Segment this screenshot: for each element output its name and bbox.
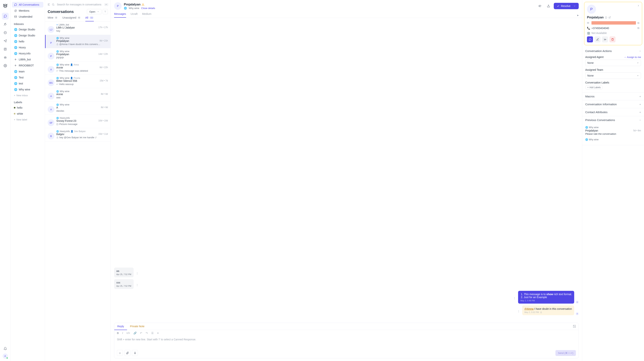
emoji-button[interactable]: ☺ [117, 350, 123, 356]
conversation-item[interactable]: A🌐Why wine👤 AnnaAnnie8d • 22h↩This messa… [45, 62, 110, 75]
label-item[interactable]: hello [12, 105, 43, 110]
open-filter-button[interactable]: Open [87, 9, 102, 14]
tab-unassigned[interactable]: Unassigned6 [62, 16, 81, 22]
label-item[interactable]: white [12, 111, 43, 116]
tabs-expand-icon[interactable]: ▶ [577, 14, 579, 16]
previous-conversation-item[interactable]: 🌐Why wine [585, 137, 641, 142]
nav-help[interactable] [2, 46, 9, 52]
new-inbox-button[interactable]: New inbox [12, 93, 43, 98]
inbox-item[interactable]: 🌐Hoory.info [12, 51, 43, 56]
conv-preview: jhjhjhjh [56, 56, 108, 59]
nav-campaigns[interactable] [2, 38, 9, 44]
tab-mine[interactable]: Mine0 [48, 16, 58, 22]
nav-conversations[interactable] [2, 13, 9, 20]
new-label-button[interactable]: New label [12, 117, 43, 122]
previous-conversation-item[interactable]: 🌐Why winePmjalalyan5d • 8mPlease rate th… [585, 124, 641, 137]
fmt-ol[interactable]: ≡ [157, 332, 158, 334]
fmt-bold[interactable]: B [117, 332, 119, 334]
conv-preview: Picture message [56, 123, 108, 126]
inbox-item[interactable]: 🌐Why wine [12, 87, 43, 92]
message-menu-icon[interactable]: ⋮ [135, 283, 139, 287]
reply-tab-note[interactable]: Private Note [127, 323, 148, 330]
fmt-italic[interactable]: I [122, 332, 123, 334]
close-details-link[interactable]: Close details [141, 7, 155, 10]
inbox-item[interactable]: 🌐team [12, 69, 43, 74]
fmt-code[interactable]: </> [126, 332, 130, 334]
message-menu-icon[interactable]: ⋮ [135, 271, 139, 276]
contact-expand-icon[interactable] [637, 4, 640, 7]
app-logo [2, 2, 9, 9]
send-button[interactable]: Send (⌘ + ↵) [556, 350, 576, 356]
nav-notifications[interactable] [2, 345, 9, 352]
filter-button[interactable] [103, 9, 108, 14]
attach-button[interactable] [124, 350, 130, 356]
conv-name: Annie [56, 66, 63, 69]
sidebar-all-conversations[interactable]: All Conversations [12, 2, 43, 8]
external-link-icon[interactable] [608, 16, 611, 19]
assigned-agent-select[interactable]: None [585, 60, 641, 66]
conversation-item[interactable]: BS🌐Why wine👤 PouriaBitter-Silence-55615d… [45, 75, 110, 88]
inbox-item[interactable]: 🌐hello [12, 39, 43, 44]
chat-tab-messages[interactable]: Messages [114, 12, 126, 18]
copy-email-icon[interactable]: ⧉ [638, 22, 639, 24]
conversation-item[interactable]: P🌐Why winePmjalalyan8d • 21h@Anna I have… [45, 35, 110, 48]
inbox-item[interactable]: ✈RROOBBOT [12, 63, 43, 68]
inbox-icon: ✈ [56, 24, 58, 26]
conversation-item[interactable]: SF🌐Hoory.infoSnowy-Forest-2310d • 10dPic… [45, 115, 110, 128]
section-info-header[interactable]: Conversation Information+ [582, 100, 644, 108]
reply-textarea[interactable]: Shift + enter for new line. Start with '… [114, 336, 578, 348]
fmt-undo[interactable]: ↶ [140, 332, 142, 334]
nav-contacts[interactable] [2, 21, 9, 28]
fmt-ul[interactable]: ☰ [151, 332, 154, 334]
message-menu-icon[interactable]: ⋮ [512, 296, 516, 300]
conversation-item[interactable]: A🌐Why wineAnnie8d • 8daaa [45, 88, 110, 102]
chat-avatar: P [114, 2, 122, 10]
nav-bot[interactable] [2, 54, 9, 61]
reply-tab-reply[interactable]: Reply [114, 323, 127, 330]
inbox-item[interactable]: 🌐Design Studio [12, 27, 43, 32]
inbox-item[interactable]: 🌐Design Studio [12, 33, 43, 38]
chat-tab-ucraft[interactable]: Ucraft [130, 12, 138, 18]
message-menu-icon[interactable]: ⋮ [516, 309, 521, 314]
inbox-icon: 🌐 [56, 50, 59, 53]
section-macros-header[interactable]: Macros+ [582, 92, 644, 100]
nav-settings[interactable] [2, 62, 9, 69]
delete-contact-button[interactable] [610, 36, 616, 42]
send-transcript-button[interactable] [546, 3, 552, 9]
add-labels-button[interactable]: + Add Labels [585, 85, 603, 90]
inbox-item[interactable]: 🌐Hoory [12, 45, 43, 50]
svg-rect-15 [57, 137, 58, 138]
section-actions-header[interactable]: Conversation Actions− [582, 47, 644, 55]
merge-contact-button[interactable]: ≫ [602, 36, 608, 42]
sidebar-unattended[interactable]: Unattended [12, 14, 43, 20]
fmt-link[interactable]: 🔗 [134, 332, 136, 334]
label-name: hello [17, 106, 22, 109]
nav-reports[interactable] [2, 29, 9, 36]
conversation-item[interactable]: A🌐Why wineA8d • 8ddasdas [45, 102, 110, 115]
list-menu-icon[interactable] [47, 3, 50, 6]
edit-contact-button[interactable] [594, 36, 600, 42]
inbox-item[interactable]: ✈Lilithh_bot [12, 57, 43, 62]
audio-button[interactable] [132, 350, 138, 356]
new-conversation-button[interactable] [587, 36, 593, 42]
tab-all[interactable]: All11 [86, 16, 94, 22]
assign-to-me-link[interactable]: → Assign to me [624, 56, 641, 58]
search-input[interactable] [56, 2, 103, 7]
inbox-item[interactable]: 🌐test [12, 81, 43, 86]
conversation-item[interactable]: LJ✈Lilithh_botLilith Li Jalalyan17h • 17… [45, 22, 110, 35]
conversation-item[interactable]: P🌐Why winePmjalalyan14d • 22hjhjhjhjh [45, 48, 110, 62]
resolve-button[interactable]: Resolve [554, 3, 579, 9]
inbox-item[interactable]: 🌐Test [12, 75, 43, 80]
copy-phone-icon[interactable]: ⧉ [638, 26, 639, 30]
message-bubble: xxxApr 25, 7:52 PM [114, 279, 134, 289]
sidebar-mentions[interactable]: @Mentions [12, 8, 43, 14]
conversation-item[interactable]: B🌐Hoory.info👤 Gev BalyanBalgev15d • 11dh… [45, 128, 110, 142]
fmt-redo[interactable]: ↷ [146, 332, 148, 334]
chat-tab-medium[interactable]: Medium [142, 12, 152, 18]
assigned-team-select[interactable]: None [585, 72, 641, 79]
section-attrs-header[interactable]: Contact Attributes+ [582, 108, 644, 116]
section-prev-header[interactable]: Previous Conversations− [582, 116, 644, 124]
user-avatar[interactable]: A [3, 354, 8, 359]
reply-signature-toggle[interactable] [570, 323, 578, 330]
mute-button[interactable] [537, 3, 543, 9]
